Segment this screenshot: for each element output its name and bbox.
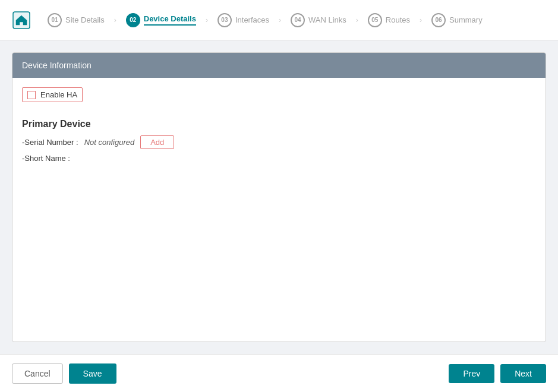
step-01-circle: 01: [48, 13, 62, 27]
step-summary[interactable]: 06 Summary: [427, 11, 487, 30]
card-header-title: Device Information: [22, 61, 92, 70]
enable-ha-label: Enable HA: [40, 90, 77, 99]
enable-ha-checkbox[interactable]: [27, 91, 36, 99]
serial-number-label: -Serial Number :: [22, 138, 78, 147]
step-02-circle: 02: [126, 13, 140, 27]
step-01-label: Site Details: [65, 15, 105, 24]
device-info-card: Device Information Enable HA Primary Dev…: [12, 52, 546, 342]
step-05-label: Routes: [386, 15, 410, 24]
next-button[interactable]: Next: [500, 364, 546, 383]
step-divider-3: ›: [279, 16, 281, 24]
nav-bar: 01 Site Details › 02 Device Details › 03…: [0, 0, 558, 40]
step-site-details[interactable]: 01 Site Details: [43, 11, 109, 30]
footer: Cancel Save Prev Next: [0, 354, 558, 392]
step-wan-links[interactable]: 04 WAN Links: [286, 11, 351, 30]
home-button[interactable]: [12, 11, 31, 30]
serial-number-row: -Serial Number : Not configured Add: [22, 135, 536, 149]
step-device-details[interactable]: 02 Device Details: [121, 11, 201, 30]
footer-left: Cancel Save: [12, 363, 116, 384]
save-button[interactable]: Save: [69, 363, 116, 384]
step-divider-1: ›: [114, 16, 116, 24]
step-03-label: Interfaces: [235, 15, 269, 24]
step-03-circle: 03: [217, 13, 232, 27]
wizard-steps: 01 Site Details › 02 Device Details › 03…: [43, 11, 487, 30]
step-divider-4: ›: [356, 16, 358, 24]
step-04-label: WAN Links: [308, 15, 346, 24]
add-serial-button[interactable]: Add: [140, 135, 174, 149]
main-content: Device Information Enable HA Primary Dev…: [0, 40, 558, 354]
prev-button[interactable]: Prev: [449, 364, 494, 383]
step-05-circle: 05: [368, 13, 382, 27]
serial-number-value: Not configured: [84, 138, 135, 147]
card-header: Device Information: [12, 53, 546, 78]
enable-ha-row[interactable]: Enable HA: [22, 87, 83, 102]
short-name-label: -Short Name :: [22, 154, 70, 163]
primary-device-section: Primary Device -Serial Number : Not conf…: [22, 119, 536, 163]
short-name-row: -Short Name :: [22, 154, 536, 163]
step-06-label: Summary: [449, 15, 483, 24]
step-06-circle: 06: [431, 13, 446, 27]
footer-right: Prev Next: [449, 364, 546, 383]
step-routes[interactable]: 05 Routes: [363, 11, 415, 30]
step-interfaces[interactable]: 03 Interfaces: [213, 11, 274, 30]
step-divider-5: ›: [420, 16, 422, 24]
card-body: Enable HA Primary Device -Serial Number …: [12, 78, 546, 342]
cancel-button[interactable]: Cancel: [12, 363, 63, 384]
primary-device-title: Primary Device: [22, 119, 536, 129]
step-02-label: Device Details: [144, 14, 196, 26]
step-divider-2: ›: [206, 16, 208, 24]
step-04-circle: 04: [291, 13, 305, 27]
